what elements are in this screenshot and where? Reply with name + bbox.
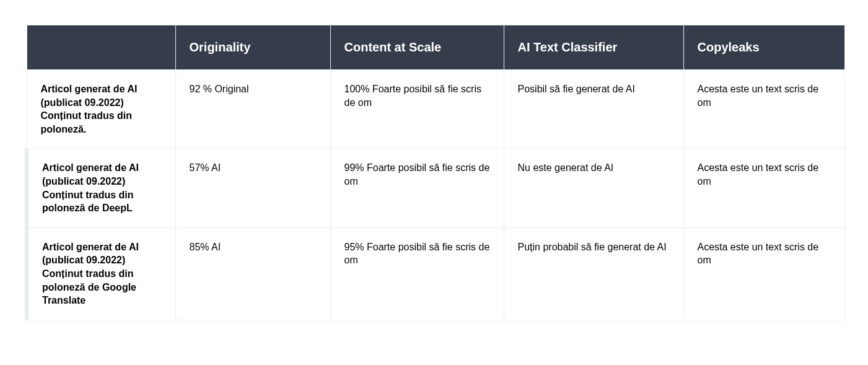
column-header-originality: Originality xyxy=(175,25,330,70)
column-header-empty xyxy=(27,25,175,70)
table-row: Articol generat de AI (publicat 09.2022)… xyxy=(27,70,844,149)
cell-copyleaks: Acesta este un text scris de om xyxy=(683,149,844,227)
cell-originality: 57% AI xyxy=(175,149,330,227)
cell-content-at-scale: 100% Foarte posibil să fie scris de om xyxy=(330,70,504,149)
table-header-row: Originality Content at Scale AI Text Cla… xyxy=(27,25,844,70)
cell-content-at-scale: 95% Foarte posibil să fie scris de om xyxy=(330,227,504,320)
cell-content-at-scale: 99% Foarte posibil să fie scris de om xyxy=(330,149,504,227)
cell-ai-text-classifier: Nu este generat de AI xyxy=(504,149,683,227)
comparison-table: Originality Content at Scale AI Text Cla… xyxy=(25,25,845,320)
column-header-ai-text-classifier: AI Text Classifier xyxy=(504,25,683,70)
table-row: Articol generat de AI (publicat 09.2022)… xyxy=(27,149,844,227)
cell-ai-text-classifier: Puțin probabil să fie generat de AI xyxy=(504,227,683,320)
table-row: Articol generat de AI (publicat 09.2022)… xyxy=(27,227,844,320)
row-label: Articol generat de AI (publicat 09.2022)… xyxy=(27,227,175,320)
cell-originality: 85% AI xyxy=(175,227,330,320)
row-label: Articol generat de AI (publicat 09.2022)… xyxy=(27,149,175,227)
comparison-table-wrapper: Originality Content at Scale AI Text Cla… xyxy=(25,25,843,320)
column-header-copyleaks: Copyleaks xyxy=(683,25,844,70)
cell-originality: 92 % Original xyxy=(175,70,330,149)
cell-ai-text-classifier: Posibil să fie generat de AI xyxy=(504,70,683,149)
cell-copyleaks: Acesta este un text scris de om xyxy=(683,227,844,320)
column-header-content-at-scale: Content at Scale xyxy=(330,25,504,70)
row-label: Articol generat de AI (publicat 09.2022)… xyxy=(27,70,175,149)
cell-copyleaks: Acesta este un text scris de om xyxy=(683,70,844,149)
